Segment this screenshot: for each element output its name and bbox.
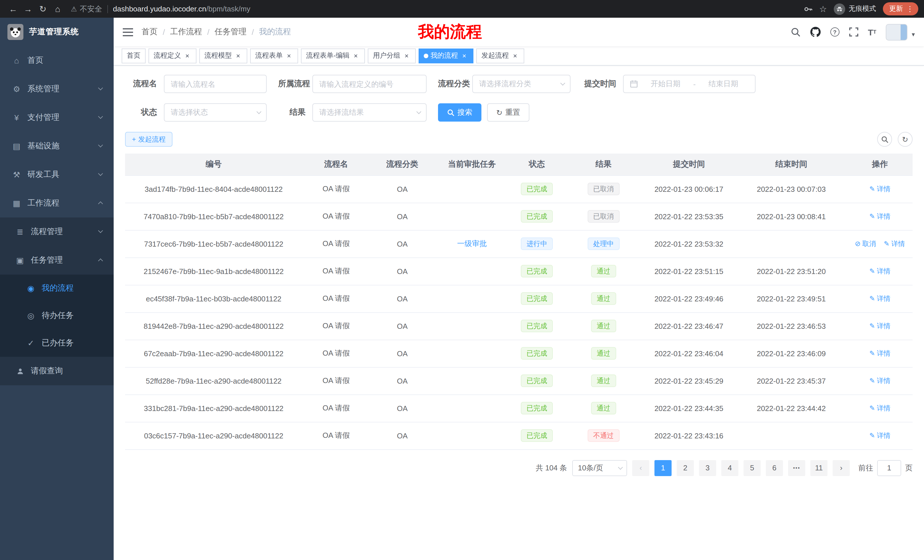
process-definition-input[interactable] (312, 75, 427, 93)
user-avatar[interactable] (886, 24, 908, 40)
page-button-2[interactable]: 2 (677, 460, 694, 476)
close-icon[interactable]: × (511, 52, 519, 60)
close-icon[interactable]: × (460, 52, 468, 60)
sidebar-item-payment[interactable]: ¥ 支付管理 (0, 103, 114, 132)
detail-link[interactable]: ✎详情 (869, 184, 890, 194)
tab-home[interactable]: 首页 (122, 48, 146, 63)
page-button-1[interactable]: 1 (654, 460, 672, 476)
result-badge: 已取消 (587, 183, 620, 195)
process-name-input[interactable] (164, 75, 267, 93)
detail-link[interactable]: ✎详情 (869, 349, 890, 358)
close-icon[interactable]: × (403, 52, 411, 60)
search-icon[interactable] (791, 27, 801, 37)
browser-back-icon[interactable]: ← (6, 1, 21, 16)
address-bar[interactable]: ⚠ 不安全 dashboard.yudao.iocoder.cn/bpm/tas… (71, 4, 798, 14)
toggle-search-button[interactable] (877, 132, 892, 147)
sidebar-item-leave-query[interactable]: 请假查询 (0, 357, 114, 385)
page-button-6[interactable]: 6 (766, 460, 783, 476)
sidebar-item-process-management[interactable]: ≣ 流程管理 (0, 217, 114, 246)
detail-link[interactable]: ✎详情 (869, 321, 890, 331)
end-date-placeholder[interactable]: 结束日期 (698, 79, 748, 89)
screen: ← → ↻ ⌂ ⚠ 不安全 dashboard.yudao.iocoder.cn… (0, 0, 924, 560)
submit-time-range-picker[interactable]: 开始日期 - 结束日期 (623, 75, 756, 93)
edit-icon: ✎ (869, 213, 875, 220)
reset-button[interactable]: ↻ 重置 (487, 103, 530, 121)
breadcrumb-task-management[interactable]: 任务管理 (215, 27, 247, 37)
tab-my-process[interactable]: 我的流程× (418, 48, 473, 63)
calendar-icon (630, 80, 638, 88)
tab-process-definition[interactable]: 流程定义× (148, 48, 196, 63)
sidebar-item-system[interactable]: ⚙ 系统管理 (0, 75, 114, 103)
next-page-button[interactable]: › (832, 460, 850, 476)
tab-process-form-edit[interactable]: 流程表单-编辑× (301, 48, 365, 63)
password-key-icon[interactable] (803, 4, 812, 13)
close-icon[interactable]: × (234, 52, 242, 60)
browser-home-icon[interactable]: ⌂ (50, 1, 65, 16)
incognito-profile[interactable]: 无痕模式 (834, 3, 876, 15)
incognito-icon (834, 3, 845, 15)
breadcrumb-home[interactable]: 首页 (142, 27, 158, 37)
close-icon[interactable]: × (183, 52, 191, 60)
page-button-3[interactable]: 3 (699, 460, 716, 476)
close-icon[interactable]: × (285, 52, 293, 60)
detail-link[interactable]: ✎详情 (869, 431, 890, 440)
update-button[interactable]: 更新 ⋮ (883, 2, 918, 15)
result-badge: 通过 (591, 347, 616, 359)
page-button-4[interactable]: 4 (721, 460, 738, 476)
tab-process-form[interactable]: 流程表单× (250, 48, 298, 63)
bookmark-star-icon[interactable]: ☆ (819, 4, 827, 14)
search-button[interactable]: 搜索 (438, 103, 482, 121)
help-icon[interactable]: ? (830, 27, 840, 36)
avatar-caret-icon[interactable]: ▾ (912, 30, 915, 38)
detail-link[interactable]: ✎详情 (869, 211, 890, 221)
detail-link[interactable]: ✎详情 (869, 294, 890, 303)
sidebar-item-devtools[interactable]: ⚒ 研发工具 (0, 160, 114, 189)
page-button-5[interactable]: 5 (744, 460, 760, 476)
more-pages-button[interactable]: ••• (788, 460, 805, 476)
total-count: 共 104 条 (536, 463, 567, 473)
approval-task-link[interactable]: 一级审批 (457, 239, 487, 248)
detail-link[interactable]: ✎详情 (869, 266, 890, 276)
table-row: 03c6c157-7b9a-11ec-a290-acde48001122 OA … (125, 422, 913, 449)
font-size-icon[interactable]: TT (868, 27, 876, 37)
sidebar-item-workflow[interactable]: ▦ 工作流程 (0, 189, 114, 217)
close-icon[interactable]: × (352, 52, 360, 60)
tab-process-model[interactable]: 流程模型× (199, 48, 247, 63)
sidebar-item-infrastructure[interactable]: ▤ 基础设施 (0, 132, 114, 160)
tab-user-group[interactable]: 用户分组× (368, 48, 416, 63)
process-category-select[interactable]: 请选择流程分类 (472, 75, 570, 93)
create-process-button[interactable]: + 发起流程 (125, 132, 172, 147)
logo-avatar (8, 24, 23, 40)
sidebar-item-my-process[interactable]: ◉ 我的流程 (0, 275, 114, 302)
browser-forward-icon[interactable]: → (21, 1, 35, 16)
status-select[interactable]: 请选择状态 (164, 103, 267, 121)
detail-link[interactable]: ✎详情 (869, 376, 890, 386)
url-text[interactable]: dashboard.yudao.iocoder.cn/bpm/task/my (113, 4, 250, 13)
sidebar-item-home[interactable]: ⌂ 首页 (0, 46, 114, 75)
fullscreen-icon[interactable] (849, 27, 858, 36)
breadcrumb-workflow[interactable]: 工作流程 (170, 27, 202, 37)
browser-actions: ☆ 无痕模式 更新 ⋮ (803, 2, 918, 15)
tab-start-process[interactable]: 发起流程× (476, 48, 524, 63)
result-select[interactable]: 请选择流结果 (312, 103, 427, 121)
sidebar-item-task-management[interactable]: ▣ 任务管理 (0, 246, 114, 275)
start-date-placeholder[interactable]: 开始日期 (640, 79, 691, 89)
detail-link[interactable]: ✎详情 (884, 239, 905, 249)
result-badge: 通过 (591, 402, 616, 415)
goto-page-input[interactable] (877, 460, 901, 476)
edit-icon: ✎ (869, 185, 875, 193)
status-badge: 已完成 (521, 347, 553, 359)
detail-link[interactable]: ✎详情 (869, 403, 890, 413)
page-size-select[interactable]: 10条/页 (572, 460, 627, 476)
prev-page-button[interactable]: ‹ (632, 460, 650, 476)
cancel-link[interactable]: ⊘取消 (855, 239, 876, 249)
sidebar-item-todo-tasks[interactable]: ◎ 待办任务 (0, 302, 114, 329)
github-icon[interactable] (810, 27, 820, 37)
collapse-menu-icon[interactable] (123, 28, 133, 36)
edit-icon: ✎ (869, 377, 875, 385)
browser-reload-icon[interactable]: ↻ (35, 1, 50, 16)
refresh-table-button[interactable]: ↻ (898, 132, 913, 147)
browser-menu-icon[interactable]: ⋮ (904, 4, 915, 13)
sidebar-item-done-tasks[interactable]: ✓ 已办任务 (0, 329, 114, 357)
page-button-11[interactable]: 11 (810, 460, 828, 476)
